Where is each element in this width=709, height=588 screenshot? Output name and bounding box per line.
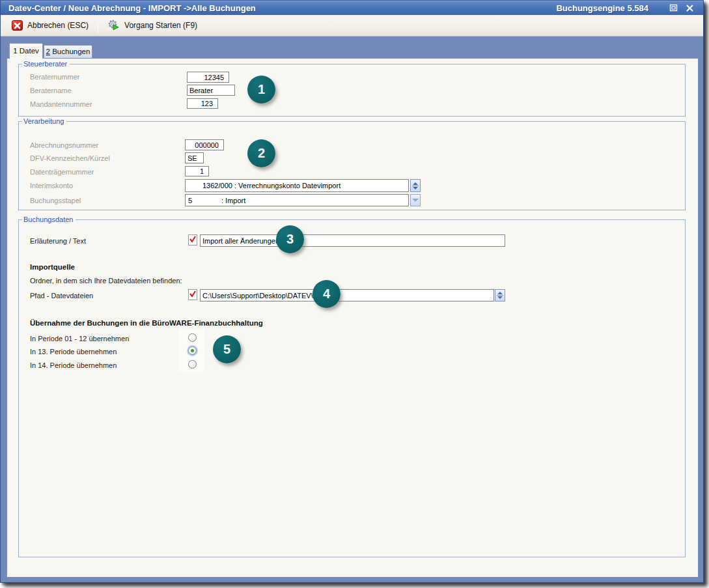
app-version: Buchungsengine 5.584 (556, 3, 648, 13)
annotation-badge-3: 3 (276, 225, 304, 253)
label-dfv-kennzeichen: DFV-Kennzeichen/Kürzel (30, 154, 110, 163)
label-erlaeuterung: Erläuterung / Text (30, 237, 86, 245)
radio-dot (191, 349, 194, 352)
label-pfad-datevdateien: Pfad - Datevdateien (30, 292, 93, 300)
cancel-button[interactable]: Abbrechen (ESC) (6, 17, 94, 34)
tab-datev[interactable]: 1 Datev (9, 43, 43, 59)
input-dfv-kennzeichen[interactable]: SE (185, 152, 204, 163)
pfad-checkbox[interactable] (188, 289, 197, 300)
label-interimskonto: Interimskonto (30, 182, 73, 190)
label-radio-periode-01-12: In Periode 01 - 12 übernehmen (30, 335, 129, 343)
label-mandantennummer: Mandantennummer (30, 100, 92, 109)
cancel-x-icon (12, 20, 23, 31)
erlaeuterung-checkbox[interactable] (188, 234, 197, 245)
input-interimskonto[interactable]: 1362/000 : Verrechnungskonto Datevimport (185, 179, 409, 192)
input-abrechnungsnummer[interactable]: 000000 (185, 139, 224, 150)
group-verarbeitung-title: Verarbeitung (22, 117, 66, 126)
toolbar-separator (98, 18, 98, 33)
input-beraternummer[interactable]: 12345 (187, 72, 229, 83)
label-buchungsstapel: Buchungsstapel (30, 197, 81, 205)
spinner-divider (497, 295, 503, 296)
title-bar: Datev-Center / Neue Abrechnung - IMPORT … (1, 1, 703, 15)
label-datentraegernummer: Datenträgernummer (30, 168, 94, 176)
red-check-icon (189, 289, 197, 301)
label-radio-periode-13: In 13. Periode übernehmen (30, 348, 117, 356)
close-icon (686, 3, 693, 14)
spinner-up-icon (497, 292, 503, 294)
chevron-down-icon (412, 199, 419, 202)
application-window: Datev-Center / Neue Abrechnung - IMPORT … (0, 0, 704, 583)
annotation-badge-2: 2 (247, 139, 275, 167)
pfad-spinner[interactable] (495, 289, 505, 301)
input-pfad-datevdateien[interactable]: C:\Users\Support\Desktop\DATEV\B1 (200, 289, 494, 301)
tab-buchungen-label: Buchungen (50, 48, 90, 55)
heading-importquelle: Importquelle (30, 263, 75, 271)
radio-periode-14[interactable] (188, 360, 197, 369)
group-verarbeitung: Verarbeitung Abrechnungsnummer 000000 DF… (18, 121, 686, 210)
radio-periode-13[interactable] (188, 346, 197, 355)
tab-page-datev: Steuerberater Beraternummer 12345 Berate… (7, 58, 699, 578)
group-buchungsdaten-title: Buchungsdaten (22, 215, 76, 225)
input-erlaeuterung[interactable]: Import aller Änderungen (200, 234, 505, 247)
annotation-badge-1: 1 (247, 76, 275, 104)
combo-buchungsstapel[interactable]: 5 : Import (185, 194, 409, 206)
start-process-button-label: Vorgang Starten (F9) (124, 21, 197, 30)
tab-buchungen[interactable]: 2 Buchungen (44, 45, 92, 58)
spinner-up-icon (413, 182, 418, 185)
annotation-badge-5: 5 (213, 335, 241, 363)
annotation-badge-4: 4 (313, 280, 341, 308)
label-radio-periode-14: In 14. Periode übernehmen (30, 361, 117, 370)
label-abrechnungsnummer: Abrechnungsnummer (30, 141, 98, 150)
close-button[interactable] (684, 4, 695, 13)
spinner-down-icon (497, 296, 503, 299)
input-mandantennummer[interactable]: 123 (187, 98, 218, 109)
cancel-button-label: Abbrechen (ESC) (27, 21, 89, 30)
toolbar: Abbrechen (ESC) Vorgang Starten (F9) (1, 15, 703, 36)
group-buchungsdaten: Buchungsdaten Erläuterung / Text Import … (18, 219, 686, 557)
spinner-divider (412, 186, 419, 186)
text-ordner-hinweis: Ordner, in dem sich Ihre Datevdateien be… (30, 277, 182, 285)
maximize-restore-button[interactable] (668, 4, 678, 13)
restore-icon (669, 3, 678, 14)
client-area: 1 Datev 2 Buchungen Steuerberater Berate… (1, 37, 703, 582)
buchungsstapel-dropdown-button[interactable] (410, 194, 421, 206)
group-steuerberater: Steuerberater Beraternummer 12345 Berate… (18, 64, 686, 117)
input-beratername[interactable]: Berater (187, 85, 235, 96)
gear-play-icon (107, 19, 120, 33)
group-steuerberater-title: Steuerberater (22, 59, 70, 69)
window-title: Datev-Center / Neue Abrechnung - IMPORT … (1, 3, 256, 13)
spinner-down-icon (413, 187, 418, 189)
tab-datev-label: 1 Datev (13, 47, 39, 55)
start-process-button[interactable]: Vorgang Starten (F9) (102, 17, 203, 34)
label-beraternummer: Beraternummer (30, 73, 79, 81)
interimskonto-spinner[interactable] (410, 179, 421, 192)
label-beratername: Beratername (30, 87, 72, 95)
red-check-icon (189, 234, 197, 246)
heading-uebernahme: Übernahme der Buchungen in die BüroWARE-… (30, 319, 263, 327)
buchungsstapel-text: : Import (221, 197, 245, 204)
radio-periode-01-12[interactable] (188, 333, 197, 342)
input-datentraegernummer[interactable]: 1 (185, 166, 209, 176)
buchungsstapel-number: 5 (188, 197, 192, 204)
